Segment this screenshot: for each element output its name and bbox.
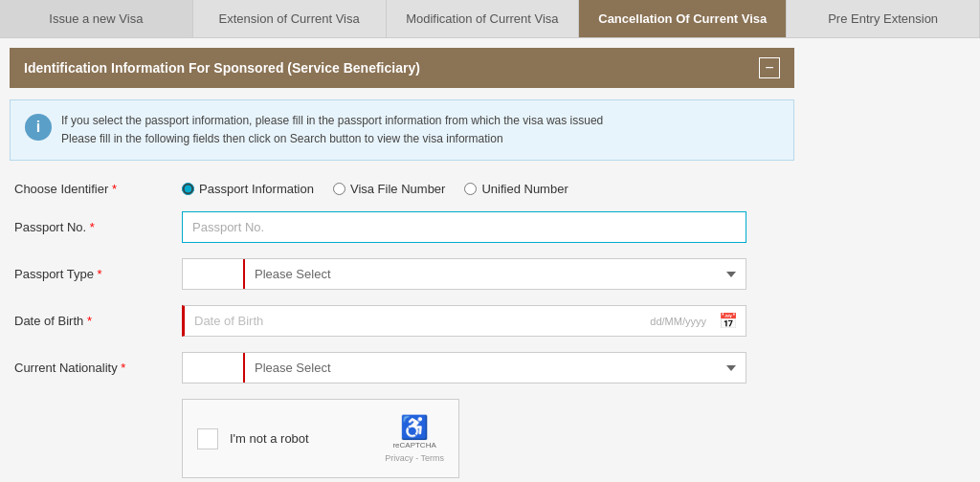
unified-radio[interactable] [464, 183, 477, 195]
unified-radio-label: Unified Number [481, 182, 568, 196]
date-of-birth-input[interactable] [185, 306, 645, 336]
date-of-birth-label: Date of Birth * [14, 314, 182, 328]
nationality-required: * [121, 361, 125, 375]
captcha-logo: ♿ reCAPTCHA Privacy - Terms [385, 414, 444, 463]
tab-modification[interactable]: Modification of Current Visa [387, 0, 580, 37]
recaptcha-icon: ♿ [400, 414, 429, 441]
visa-file-radio-label: Visa File Number [350, 182, 445, 196]
nationality-select-wrapper: Please Select [182, 352, 746, 383]
radio-passport[interactable]: Passport Information [182, 182, 314, 196]
radio-visa-file[interactable]: Visa File Number [333, 182, 445, 196]
passport-type-select-wrapper: Please Select [182, 258, 746, 290]
tab-cancellation[interactable]: Cancellation Of Current Visa [579, 0, 787, 37]
captcha-label: I'm not a robot [230, 431, 373, 446]
recaptcha-brand: reCAPTCHA [392, 441, 435, 449]
captcha-checkbox[interactable] [197, 428, 218, 449]
nationality-select[interactable]: Please Select [245, 353, 746, 383]
passport-type-row: Passport Type * Please Select [14, 258, 790, 290]
passport-radio-label: Passport Information [199, 182, 314, 196]
info-icon: i [25, 114, 52, 141]
date-format-hint: dd/MM/yyyy [645, 316, 711, 327]
section-header: Identification Information For Sponsored… [10, 48, 794, 88]
date-of-birth-wrapper: dd/MM/yyyy 📅 [182, 305, 746, 337]
identifier-row: Choose Identifier * Passport Information… [14, 182, 790, 196]
tab-pre-entry[interactable]: Pre Entry Extension [787, 0, 980, 37]
tab-bar: Issue a new VisaExtension of Current Vis… [0, 0, 980, 38]
info-box: i If you select the passport information… [10, 99, 794, 161]
main-content: Identification Information For Sponsored… [0, 48, 804, 482]
nationality-row: Current Nationality * Please Select [14, 352, 790, 383]
date-required: * [87, 314, 92, 328]
captcha-footer: Privacy - Terms [385, 453, 444, 463]
nationality-flag-box [183, 353, 245, 383]
info-line1: If you select the passport information, … [61, 112, 603, 130]
passport-radio[interactable] [182, 183, 194, 195]
form-section: Choose Identifier * Passport Information… [10, 172, 794, 482]
section-title: Identification Information For Sponsored… [24, 60, 420, 76]
tab-extension[interactable]: Extension of Current Visa [193, 0, 387, 37]
calendar-icon[interactable]: 📅 [711, 307, 746, 335]
passport-no-label: Passport No. * [14, 220, 182, 234]
collapse-button[interactable]: − [759, 57, 780, 78]
identifier-required: * [112, 182, 117, 196]
identifier-radio-group: Passport Information Visa File Number Un… [182, 182, 568, 196]
passport-no-input[interactable] [182, 211, 746, 243]
passport-type-required: * [98, 267, 102, 281]
passport-no-row: Passport No. * [14, 211, 790, 243]
tab-issue-new-visa[interactable]: Issue a new Visa [0, 0, 193, 37]
passport-type-flag-box [183, 259, 245, 289]
date-of-birth-row: Date of Birth * dd/MM/yyyy 📅 [14, 305, 790, 337]
identifier-label: Choose Identifier * [14, 182, 182, 196]
radio-unified[interactable]: Unified Number [464, 182, 568, 196]
passport-type-select[interactable]: Please Select [245, 259, 746, 289]
visa-file-radio[interactable] [333, 183, 345, 195]
captcha-box: I'm not a robot ♿ reCAPTCHA Privacy - Te… [182, 399, 459, 478]
info-text: If you select the passport information, … [61, 112, 603, 148]
passport-no-required: * [90, 220, 95, 234]
nationality-label: Current Nationality * [14, 361, 182, 375]
info-line2: Please fill in the following fields then… [61, 130, 603, 148]
passport-type-label: Passport Type * [14, 267, 182, 281]
